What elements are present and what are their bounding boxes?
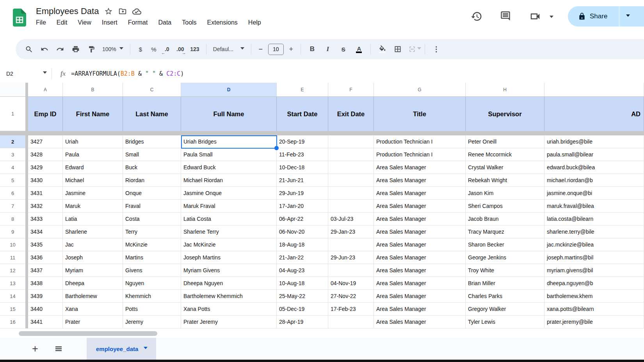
cell-H4[interactable]: Crystal Walker	[466, 161, 544, 174]
cell-D3[interactable]: Paula Small	[181, 148, 277, 161]
cell-B14[interactable]: Bartholemew	[63, 290, 123, 303]
row-number-4[interactable]: 4	[0, 161, 25, 174]
row-number-13[interactable]: 13	[0, 277, 25, 290]
cell-E8[interactable]: 06-Apr-22	[277, 213, 328, 225]
cell-H14[interactable]: Charles Parks	[466, 290, 544, 303]
cell-C7[interactable]: Fraval	[123, 200, 181, 213]
cell-I10[interactable]: jac.mckinzie@bilea	[544, 238, 644, 251]
cell-G2[interactable]: Production Technician I	[374, 135, 466, 148]
menu-extensions[interactable]: Extensions	[207, 19, 238, 26]
text-color-button[interactable]: A	[351, 41, 367, 57]
cell-A14[interactable]: 3439	[28, 290, 63, 303]
version-history-icon[interactable]	[471, 11, 483, 23]
cell-C5[interactable]: Riordan	[123, 174, 181, 187]
row-number-9[interactable]: 9	[0, 225, 25, 238]
cell-D15[interactable]: Xana Potts	[181, 303, 277, 316]
cell-I8[interactable]: latia.costa@bilearn	[544, 213, 644, 225]
cell-F11[interactable]: 29-Jun-23	[328, 251, 374, 264]
cell-H10[interactable]: Sharon Becker	[466, 238, 544, 251]
cell-F6[interactable]	[328, 187, 374, 200]
comments-icon[interactable]	[500, 11, 512, 23]
cell-G13[interactable]: Area Sales Manager	[374, 277, 466, 290]
cell-C2[interactable]: Bridges	[123, 135, 181, 148]
cell-I11[interactable]: joseph.martins@bil	[544, 251, 644, 264]
cell-B6[interactable]: Jasmine	[63, 187, 123, 200]
fill-handle[interactable]	[274, 146, 279, 150]
borders-icon[interactable]	[390, 41, 406, 57]
cell-E12[interactable]: 04-Aug-23	[277, 264, 328, 277]
cell-D7[interactable]: Maruk Fraval	[181, 200, 277, 213]
cell-C11[interactable]: Martins	[123, 251, 181, 264]
cell-B5[interactable]: Michael	[63, 174, 123, 187]
cell-G3[interactable]: Production Technician I	[374, 148, 466, 161]
cell-A7[interactable]: 3432	[28, 200, 63, 213]
header-cell-F1[interactable]: Exit Date	[328, 97, 374, 131]
row-number-16[interactable]: 16	[0, 316, 25, 328]
cell-I6[interactable]: jasmine.onque@bi	[544, 187, 644, 200]
cell-G7[interactable]: Area Sales Manager	[374, 200, 466, 213]
add-sheet-button[interactable]: +	[27, 341, 43, 357]
menu-help[interactable]: Help	[248, 19, 261, 26]
header-cell-G1[interactable]: Title	[374, 97, 466, 131]
cell-H3[interactable]: Renee Mccormick	[466, 148, 544, 161]
cell-I4[interactable]: edward.buck@bilea	[544, 161, 644, 174]
move-folder-icon[interactable]	[118, 7, 127, 16]
cell-I5[interactable]: michael.riordan@b	[544, 174, 644, 187]
menu-file[interactable]: File	[36, 19, 46, 26]
cell-E7[interactable]: 17-Jan-20	[277, 200, 328, 213]
row-number-12[interactable]: 12	[0, 264, 25, 277]
cell-G5[interactable]: Area Sales Manager	[374, 174, 466, 187]
increase-font-size-button[interactable]: +	[285, 41, 297, 57]
row-number-7[interactable]: 7	[0, 200, 25, 213]
cell-D5[interactable]: Michael Riordan	[181, 174, 277, 187]
menu-data[interactable]: Data	[158, 19, 171, 26]
format-currency-icon[interactable]: $	[134, 41, 147, 57]
star-icon[interactable]	[104, 7, 113, 16]
header-cell-H1[interactable]: Supervisor	[466, 97, 544, 131]
cell-I16[interactable]: prater.jeremy@bile	[544, 316, 644, 328]
meet-dropdown-caret[interactable]	[550, 16, 553, 20]
cell-F5[interactable]	[328, 174, 374, 187]
cell-F14[interactable]: 27-Nov-22	[328, 290, 374, 303]
cell-E5[interactable]: 21-Jun-21	[277, 174, 328, 187]
cell-H12[interactable]: Troy White	[466, 264, 544, 277]
cell-D11[interactable]: Joseph Martins	[181, 251, 277, 264]
row-number-6[interactable]: 6	[0, 187, 25, 200]
column-header-E[interactable]: E	[277, 83, 328, 96]
cell-D6[interactable]: Jasmine Onque	[181, 187, 277, 200]
cell-C9[interactable]: Terry	[123, 225, 181, 238]
font-family-control[interactable]: Defaul...	[210, 46, 247, 52]
name-box-caret[interactable]	[43, 71, 47, 76]
header-cell-A1[interactable]: Emp ID	[28, 97, 63, 131]
meet-video-icon[interactable]	[529, 11, 542, 23]
cell-A9[interactable]: 3434	[28, 225, 63, 238]
share-button[interactable]: Share	[568, 6, 644, 27]
row-number-8[interactable]: 8	[0, 213, 25, 225]
merge-caret[interactable]	[417, 47, 421, 51]
cell-E3[interactable]: 11-Feb-23	[277, 148, 328, 161]
cell-F4[interactable]	[328, 161, 374, 174]
redo-icon[interactable]	[52, 41, 68, 57]
cell-H6[interactable]: Jason Kim	[466, 187, 544, 200]
horizontal-scrollbar-thumb[interactable]	[19, 331, 157, 336]
cell-H13[interactable]: Brian Miller	[466, 277, 544, 290]
menu-view[interactable]: View	[78, 19, 91, 26]
cell-G4[interactable]: Area Sales Manager	[374, 161, 466, 174]
header-cell-E1[interactable]: Start Date	[277, 97, 328, 131]
sheet-tab-caret[interactable]	[144, 347, 148, 351]
cell-A8[interactable]: 3433	[28, 213, 63, 225]
number-format-button[interactable]: 123	[187, 41, 203, 57]
cell-I13[interactable]: dheepa.nguyen@b	[544, 277, 644, 290]
row-number-3[interactable]: 3	[0, 148, 25, 161]
cell-F9[interactable]: 29-Jan-23	[328, 225, 374, 238]
italic-button[interactable]: I	[320, 41, 336, 57]
merge-cells-icon[interactable]	[406, 41, 419, 57]
cell-E14[interactable]: 25-May-22	[277, 290, 328, 303]
column-header-B[interactable]: B	[63, 83, 123, 96]
column-header-D[interactable]: D	[181, 83, 277, 96]
row-number-14[interactable]: 14	[0, 290, 25, 303]
cell-H5[interactable]: Rebekah Wright	[466, 174, 544, 187]
cell-A6[interactable]: 3431	[28, 187, 63, 200]
cell-H11[interactable]: George Jenkins	[466, 251, 544, 264]
cell-H7[interactable]: Sheri Campos	[466, 200, 544, 213]
